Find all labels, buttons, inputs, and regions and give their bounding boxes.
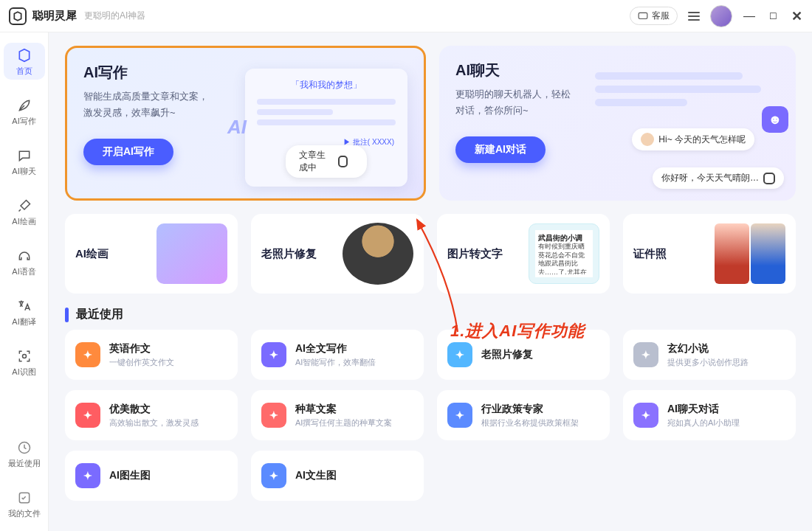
sidebar-item-recent[interactable]: 最近使用 [4,435,45,472]
history-icon [16,440,32,456]
recent-card[interactable]: ✦ AI聊天对话 宛如真人的AI小助理 [623,390,796,440]
hex-icon [338,156,348,167]
hero-chat-desc: 更聪明的聊天机器人，轻松 对话，答你所问~ [455,86,603,119]
sidebar-item-translate[interactable]: AI翻译 [4,294,45,330]
recent-card[interactable]: ✦ 玄幻小说 提供更多小说创作思路 [623,330,796,380]
recent-grid: ✦ 英语作文 一键创作英文作文 ✦ AI全文写作 AI智能写作，效率翻倍 ✦ 老… [65,330,796,501]
feature-card-restore[interactable]: 老照片修复 [251,214,424,294]
recent-sub: AI智能写作，效率翻倍 [295,357,376,368]
recent-card[interactable]: ✦ AI文生图 [251,451,424,501]
recent-sub: 一键创作英文作文 [109,357,174,368]
mock-doc-title: 「我和我的梦想」 [257,79,396,91]
chat-icon [16,148,32,164]
recent-title: 种草文案 [295,403,392,416]
hex-icon [763,173,775,184]
recent-card[interactable]: ✦ AI全文写作 AI智能写作，效率翻倍 [251,330,424,380]
sidebar-item-home[interactable]: 首页 [4,43,45,80]
recent-title: 优美散文 [109,403,199,416]
scan-icon [16,348,32,364]
sidebar-item-write[interactable]: AI写作 [4,93,45,130]
recent-icon: ✦ [447,342,472,367]
sidebar-item-label: AI绘画 [4,216,45,227]
brush-icon [16,198,32,214]
recent-card[interactable]: ✦ 行业政策专家 根据行业名称提供政策框架 [437,390,610,440]
recent-icon: ✦ [75,403,100,428]
minimize-button[interactable]: — [743,10,756,23]
recent-title: 行业政策专家 [481,403,579,416]
recent-card[interactable]: ✦ 优美散文 高效输出散文，激发灵感 [65,390,238,440]
app-subtitle: 更聪明的AI神器 [84,10,145,22]
chat-mock-window: ☻ Hi~ 今天的天气怎样呢 你好呀，今天天气晴朗… [595,66,780,184]
headphone-icon [16,248,32,264]
face-icon [641,133,654,146]
recent-sub: 宛如真人的AI小助理 [667,417,740,428]
feature-title: 老照片修复 [261,247,317,261]
recent-icon: ✦ [261,463,286,488]
recent-sub: AI撰写任何主题的种草文案 [295,417,392,428]
hero-write-desc: 智能生成高质量文章和文案， 激发灵感，效率飙升~ [83,88,231,121]
write-mock-window: AI 「我和我的梦想」 ▶ 批注( XXXX) 文章生成中 [245,69,407,187]
sidebar-item-files[interactable]: 我的文件 [4,485,45,522]
sidebar-item-voice[interactable]: AI语音 [4,243,45,280]
recent-icon: ✦ [261,342,286,367]
sidebar-item-chat[interactable]: AI聊天 [4,143,45,180]
app-name: 聪明灵犀 [32,9,77,23]
sidebar-item-paint[interactable]: AI绘画 [4,193,45,230]
feather-icon [16,97,32,114]
recent-icon: ✦ [633,342,658,367]
sidebar-item-label: 首页 [4,66,45,77]
recent-sub: 根据行业名称提供政策框架 [481,417,579,428]
sidebar-item-label: AI翻译 [4,316,45,327]
translate-icon [16,298,32,314]
sidebar-item-label: 最近使用 [4,458,45,469]
title-bar: 聪明灵犀 更聪明的AI神器 客服 — ☐ ✕ [0,0,812,32]
recent-title: 英语作文 [109,342,174,355]
recent-heading: 最近使用 [76,307,123,322]
recent-sub: 高效输出散文，激发灵感 [109,417,199,428]
sidebar-item-label: AI语音 [4,266,45,277]
generating-pill: 文章生成中 [286,145,367,178]
recent-icon: ✦ [75,342,100,367]
menu-icon[interactable] [688,12,700,21]
recent-title: AI全文写作 [295,342,376,355]
support-button[interactable]: 客服 [630,7,678,25]
sidebar-item-label: AI识图 [4,367,45,378]
robot-icon: ☻ [762,106,788,133]
home-icon [16,47,32,63]
feature-title: AI绘画 [75,247,109,261]
svg-point-1 [22,355,26,358]
sidebar-item-label: AI聊天 [4,166,45,177]
annotation-text: 1.进入AI写作功能 [450,320,585,342]
recent-icon: ✦ [261,403,286,428]
recent-card[interactable]: ✦ 英语作文 一键创作英文作文 [65,330,238,380]
chat-bubble-2: 你好呀，今天天气晴朗… [653,167,784,189]
recent-icon: ✦ [75,463,100,488]
recent-icon: ✦ [633,403,658,428]
recent-card[interactable]: ✦ 种草文案 AI撰写任何主题的种草文案 [251,390,424,440]
feature-thumb-ocr: 武昌街的小调 有时候到重庆晒葵花总会不自觉地跟武昌街比去……了,尤其在这街市与闹… [529,223,599,284]
sidebar-item-label: 我的文件 [4,508,45,519]
new-chat-button[interactable]: 新建AI对话 [455,136,546,163]
avatar[interactable] [710,5,732,27]
feature-card-paint[interactable]: AI绘画 [65,214,238,294]
chat-bubble-1: Hi~ 今天的天气怎样呢 [632,128,754,150]
close-button[interactable]: ✕ [790,8,803,24]
hero-card-write[interactable]: AI写作 智能生成高质量文章和文案， 激发灵感，效率飙升~ 开启AI写作 AI … [65,46,426,201]
recent-title: AI文生图 [295,469,337,482]
accent-bar [65,308,69,322]
feature-thumb-id [715,223,785,284]
hero-card-chat[interactable]: AI聊天 更聪明的聊天机器人，轻松 对话，答你所问~ 新建AI对话 ☻ Hi~ … [439,46,796,201]
support-label: 客服 [652,10,670,22]
feature-card-idphoto[interactable]: 证件照 [623,214,796,294]
recent-sub: 提供更多小说创作思路 [667,357,749,368]
ai-tag: AI [227,116,247,139]
recent-card[interactable]: ✦ AI图生图 [65,451,238,501]
sidebar-item-vision[interactable]: AI识图 [4,344,45,381]
recent-title: 玄幻小说 [667,342,749,355]
feature-title: 证件照 [633,247,667,261]
recent-title: 老照片修复 [481,348,533,361]
start-write-button[interactable]: 开启AI写作 [83,139,173,165]
folder-icon [16,490,32,506]
sidebar-item-label: AI写作 [4,116,45,127]
maximize-button[interactable]: ☐ [766,11,780,21]
